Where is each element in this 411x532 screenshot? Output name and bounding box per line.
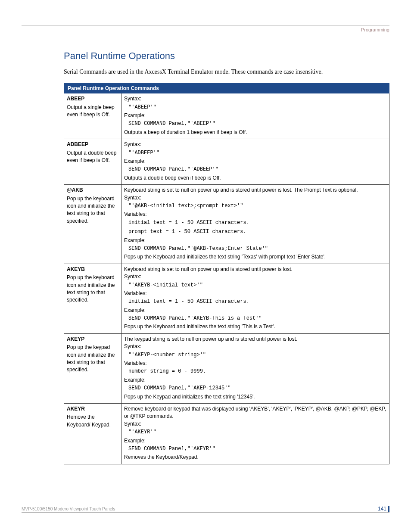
example-code: SEND COMMAND Panel,"'ABEEP'" bbox=[128, 119, 386, 128]
syntax-code: "'ADBEEP'" bbox=[128, 149, 386, 158]
command-name: AKEYR bbox=[67, 405, 118, 413]
page-number: 141 bbox=[378, 506, 389, 512]
variable-line: prompt text = 1 - 50 ASCII characters. bbox=[128, 227, 386, 236]
syntax-code: "'AKEYR'" bbox=[128, 428, 386, 437]
command-body: The keypad string is set to null on powe… bbox=[121, 333, 389, 403]
table-title-row: Panel Runtime Operation Commands bbox=[64, 84, 389, 93]
page: Programming Panel Runtime Operations Ser… bbox=[0, 0, 411, 532]
command-body: Syntax: "'ABEEP'" Example: SEND COMMAND … bbox=[121, 93, 389, 139]
footer-product: MVP-5100/5150 Modero Viewpoint Touch Pan… bbox=[22, 507, 115, 511]
result-text: Outputs a double beep even if beep is Of… bbox=[124, 174, 386, 182]
commands-table: Panel Runtime Operation Commands ABEEP O… bbox=[64, 83, 389, 464]
variables-label: Variables: bbox=[124, 360, 386, 367]
example-label: Example: bbox=[124, 307, 386, 314]
example-code: SEND COMMAND Panel,"'ADBEEP'" bbox=[128, 165, 386, 174]
table-row: @AKB Pop up the keyboard icon and initia… bbox=[64, 185, 389, 264]
result-text: Removes the Keyboard/Keypad. bbox=[124, 454, 386, 461]
table-row: AKEYB Pop up the keyboard icon and initi… bbox=[64, 264, 389, 333]
header-rule bbox=[22, 25, 389, 25]
result-text: Pops up the Keyboard and initializes the… bbox=[124, 253, 386, 261]
syntax-code: "'@AKB-<initial text>;<prompt text>'" bbox=[128, 202, 386, 211]
example-code: SEND COMMAND Panel,"'AKEYR'" bbox=[128, 445, 386, 454]
body-intro: Remove keyboard or keypad that was displ… bbox=[124, 405, 386, 420]
command-cell: ABEEP Output a single beep even if beep … bbox=[64, 93, 121, 139]
syntax-label: Syntax: bbox=[124, 273, 386, 280]
body-intro: Keyboard string is set to null on power … bbox=[124, 266, 386, 273]
syntax-label: Syntax: bbox=[124, 95, 386, 103]
command-body: Keyboard string is set to null on power … bbox=[121, 185, 389, 264]
table-row: AKEYP Pop up the keypad icon and initial… bbox=[64, 333, 389, 403]
command-desc: Pop up the keyboard icon and initialize … bbox=[67, 195, 118, 225]
syntax-code: "'AKEYB-<initial text>'" bbox=[128, 281, 386, 290]
command-desc: Pop up the keyboard icon and initialize … bbox=[67, 274, 118, 304]
example-label: Example: bbox=[124, 112, 386, 119]
header-section-label: Programming bbox=[22, 27, 389, 32]
result-text: Pops up the Keyboard and initializes the… bbox=[124, 323, 386, 330]
variables-label: Variables: bbox=[124, 290, 386, 297]
command-desc: Output a single beep even if beep is Off… bbox=[67, 104, 118, 119]
example-label: Example: bbox=[124, 376, 386, 384]
intro-paragraph: Serial Commands are used in the AxcessX … bbox=[22, 68, 389, 76]
command-body: Syntax: "'ADBEEP'" Example: SEND COMMAND… bbox=[121, 139, 389, 185]
command-cell: AKEYP Pop up the keypad icon and initial… bbox=[64, 333, 121, 403]
result-text: Pops up the Keypad and initializes the t… bbox=[124, 393, 386, 401]
body-intro: The keypad string is set to null on powe… bbox=[124, 336, 386, 343]
command-body: Keyboard string is set to null on power … bbox=[121, 264, 389, 333]
example-label: Example: bbox=[124, 158, 386, 165]
command-desc: Pop up the keypad icon and initialize th… bbox=[67, 344, 118, 374]
command-name: AKEYB bbox=[67, 266, 118, 273]
example-code: SEND COMMAND Panel,"'AKEP-12345'" bbox=[128, 384, 386, 393]
command-desc: Output a double beep even if beep is Off… bbox=[67, 149, 118, 165]
command-name: @AKB bbox=[67, 187, 118, 194]
command-name: ABEEP bbox=[67, 95, 118, 103]
result-text: Outputs a beep of duration 1 beep even i… bbox=[124, 129, 386, 136]
syntax-code: "'ABEEP'" bbox=[128, 103, 386, 112]
command-name: AKEYP bbox=[67, 336, 118, 343]
command-body: Remove keyboard or keypad that was displ… bbox=[121, 403, 389, 464]
example-code: SEND COMMAND Panel,"'AKEYB-This is a Tes… bbox=[128, 314, 386, 323]
variables-label: Variables: bbox=[124, 211, 386, 218]
section-title: Panel Runtime Operations bbox=[22, 50, 389, 62]
example-label: Example: bbox=[124, 237, 386, 244]
command-desc: Remove the Keyboard/ Keypad. bbox=[67, 414, 118, 429]
footer: MVP-5100/5150 Modero Viewpoint Touch Pan… bbox=[22, 506, 389, 513]
example-code: SEND COMMAND Panel,"'@AKB-Texas;Enter St… bbox=[128, 244, 386, 253]
syntax-label: Syntax: bbox=[124, 343, 386, 350]
command-cell: ADBEEP Output a double beep even if beep… bbox=[64, 139, 121, 185]
syntax-label: Syntax: bbox=[124, 194, 386, 202]
syntax-label: Syntax: bbox=[124, 141, 386, 148]
command-name: ADBEEP bbox=[67, 141, 118, 148]
syntax-label: Syntax: bbox=[124, 420, 386, 428]
table-title: Panel Runtime Operation Commands bbox=[64, 84, 389, 93]
table-row: ADBEEP Output a double beep even if beep… bbox=[64, 139, 389, 185]
variable-line: number string = 0 - 9999. bbox=[128, 367, 386, 376]
command-cell: AKEYB Pop up the keyboard icon and initi… bbox=[64, 264, 121, 333]
syntax-code: "'AKEYP-<number string>'" bbox=[128, 351, 386, 360]
example-label: Example: bbox=[124, 437, 386, 445]
body-intro: Keyboard string is set to null on power … bbox=[124, 187, 386, 194]
table-row: ABEEP Output a single beep even if beep … bbox=[64, 93, 389, 139]
command-cell: @AKB Pop up the keyboard icon and initia… bbox=[64, 185, 121, 264]
table-row: AKEYR Remove the Keyboard/ Keypad. Remov… bbox=[64, 403, 389, 464]
variable-line: initial text = 1 - 50 ASCII characters. bbox=[128, 218, 386, 227]
variable-line: initial text = 1 - 50 ASCII characters. bbox=[128, 297, 386, 306]
command-cell: AKEYR Remove the Keyboard/ Keypad. bbox=[64, 403, 121, 464]
